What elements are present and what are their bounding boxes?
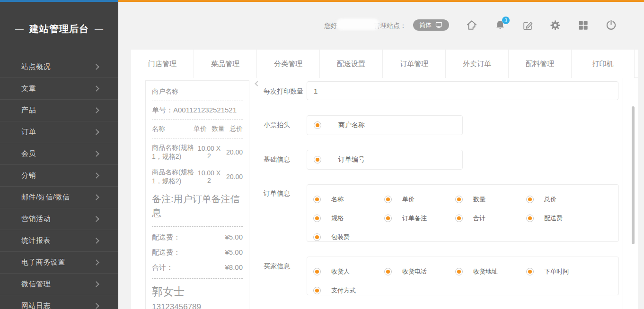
receipt-divider [152, 101, 243, 101]
receipt-divider [152, 226, 243, 227]
radio-button[interactable] [384, 196, 392, 203]
receipt-fee-row: 配送费： ¥5.00 [152, 248, 243, 257]
chevron-right-icon [93, 259, 99, 266]
radio-button[interactable] [526, 268, 534, 275]
chevron-right-icon [93, 238, 99, 244]
redacted-username [336, 18, 379, 30]
sidebar-item-wechat-management[interactable]: 微信管理 [0, 273, 118, 295]
receipt-note: 备注:用户订单备注信息 [152, 192, 243, 220]
receipt-line-item: 商品名称(规格1，规格2) 10.00 X 2 20.00 [152, 143, 243, 161]
receipt-divider [152, 138, 243, 138]
receipt-preview: 商户名称 单号：A001121232521521 名称 单价 数量 总价 商品名… [145, 80, 249, 309]
sidebar-item-site-logs[interactable]: 网站日志 [0, 295, 118, 309]
brand-dash-left: — [15, 24, 24, 34]
option-consignee: 收货人 [313, 267, 384, 276]
option-delivery-address: 收货地址 [455, 267, 526, 276]
sidebar-item-products[interactable]: 产品 [0, 99, 118, 121]
option-spec: 规格 [313, 214, 384, 223]
sidebar-menu: 站点概况 文章 产品 订单 会员 分销 邮件/短信/微信 营销活动 统计报表 电… [0, 56, 118, 309]
radio-button[interactable] [314, 121, 321, 129]
option-order-note: 订单备注 [384, 214, 455, 223]
chevron-right-icon [93, 303, 99, 309]
option-row: 包装费 [313, 228, 618, 247]
radio-button[interactable] [313, 233, 321, 241]
receipt-divider [152, 120, 243, 120]
accent-bar-orange [118, 0, 644, 2]
sidebar-item-ecommerce-settings[interactable]: 电子商务设置 [0, 251, 118, 273]
radio-button[interactable] [455, 215, 463, 222]
app-title: — 建站管理后台 — [0, 2, 118, 56]
receipt-fee-row: 配送费： ¥5.00 [152, 233, 243, 242]
tab-order-management[interactable]: 订单管理 [383, 50, 446, 78]
main-panel: 门店管理 菜品管理 分类管理 配送设置 订单管理 外卖订单 配料管理 打印机 商… [131, 50, 638, 309]
sidebar-item-site-overview[interactable]: 站点概况 [0, 56, 118, 77]
radio-button[interactable] [455, 196, 463, 203]
radio-button[interactable] [455, 268, 463, 275]
radio-button[interactable] [313, 215, 321, 222]
radio-button[interactable] [526, 215, 534, 222]
sidebar-item-articles[interactable]: 文章 [0, 77, 118, 99]
tab-delivery-settings[interactable]: 配送设置 [320, 50, 383, 78]
radio-button[interactable] [313, 196, 321, 203]
tab-takeout-orders[interactable]: 外卖订单 [446, 50, 509, 78]
receipt-line-item: 商品名称(规格1，规格2) 10.00 X 2 20.00 [152, 168, 243, 186]
radio-button[interactable] [526, 196, 534, 203]
buyer-info-label: 买家信息 [264, 262, 290, 271]
tab-dish-management[interactable]: 菜品管理 [194, 50, 257, 78]
receipt-total-row: 合计： ¥8.00 [152, 263, 243, 272]
radio-button[interactable] [313, 268, 321, 275]
logout-power-icon[interactable] [605, 19, 618, 32]
home-icon[interactable] [466, 19, 478, 31]
option-subtotal: 合计 [455, 214, 526, 223]
sidebar-item-orders[interactable]: 订单 [0, 121, 118, 143]
apps-grid-icon[interactable] [577, 19, 590, 32]
option-total-price: 总价 [526, 195, 597, 204]
radio-button[interactable] [384, 268, 392, 275]
vertical-scrollbar-thumb[interactable] [632, 106, 635, 244]
edit-icon[interactable] [522, 19, 534, 32]
chevron-right-icon [93, 194, 99, 200]
order-info-label: 订单信息 [264, 189, 290, 198]
tab-printer[interactable]: 打印机 [572, 50, 635, 78]
option-merchant-name: 商户名称 [314, 121, 385, 129]
print-count-input[interactable] [307, 81, 618, 100]
language-label: 简体 [419, 21, 432, 29]
option-delivery-fee: 配送费 [526, 214, 597, 223]
order-info-options: 名称 单价 数量 总价 规格 订单备注 合计 配送费 包装费 [307, 184, 619, 242]
receipt-customer-name: 郭女士 [152, 284, 243, 299]
collapse-panel-chevron-icon[interactable] [255, 81, 260, 86]
option-row: 收货人 收货电话 收货地址 下单时间 [313, 262, 618, 281]
option-consignee-phone: 收货电话 [384, 267, 455, 276]
chevron-right-icon [93, 172, 99, 179]
tab-ingredient-management[interactable]: 配料管理 [509, 50, 572, 78]
chevron-right-icon [93, 86, 99, 92]
sidebar-item-members[interactable]: 会员 [0, 143, 118, 164]
language-switch-button[interactable]: 简体 [413, 19, 449, 31]
receipt-header-options: 商户名称 [307, 115, 463, 135]
radio-button[interactable] [313, 287, 321, 294]
receipt-header-label: 小票抬头 [264, 121, 290, 129]
sidebar-item-distribution[interactable]: 分销 [0, 164, 118, 186]
print-count-label: 每次打印数量 [264, 87, 303, 96]
sidebar-item-mail-sms-wechat[interactable]: 邮件/短信/微信 [0, 186, 118, 208]
radio-button[interactable] [384, 215, 392, 222]
option-packaging-fee: 包装费 [313, 233, 384, 241]
option-order-number: 订单编号 [314, 155, 385, 164]
notifications-bell-icon[interactable]: 3 [494, 19, 506, 31]
option-row: 名称 单价 数量 总价 [313, 190, 618, 209]
sidebar-item-marketing[interactable]: 营销活动 [0, 208, 118, 230]
chevron-right-icon [93, 64, 99, 70]
radio-button[interactable] [314, 156, 321, 163]
app-title-text: 建站管理后台 [29, 23, 89, 35]
buyer-info-options: 收货人 收货电话 收货地址 下单时间 支付方式 [307, 257, 619, 295]
receipt-divider [152, 278, 243, 279]
tab-store-management[interactable]: 门店管理 [131, 50, 194, 78]
option-order-time: 下单时间 [526, 267, 597, 276]
option-payment-method: 支付方式 [313, 286, 384, 295]
settings-gear-icon[interactable] [549, 19, 562, 32]
sidebar-item-statistics[interactable]: 统计报表 [0, 230, 118, 251]
tab-category-management[interactable]: 分类管理 [257, 50, 320, 78]
chevron-right-icon [93, 151, 99, 157]
option-row: 支付方式 [313, 281, 618, 300]
receipt-customer-phone: 13123456789 [152, 302, 243, 309]
